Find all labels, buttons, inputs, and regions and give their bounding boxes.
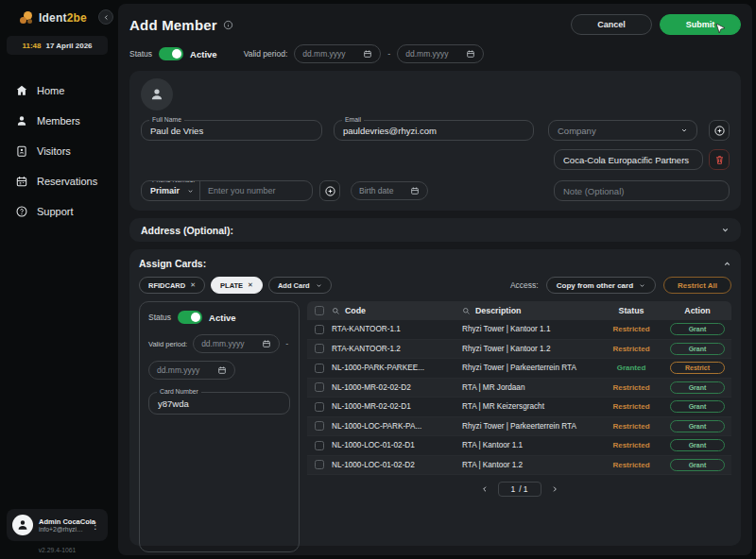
note-input[interactable] <box>563 186 720 196</box>
assign-cards-section: Assign Cards: RFIDCARD ✕ PLATE ✕ Add Car… <box>129 249 741 546</box>
email-input[interactable] <box>343 126 524 136</box>
card-status-toggle[interactable] <box>178 311 202 324</box>
table-row: NL-1000-LOC-01-02-D2 RTA | Kantoor 1.2 R… <box>307 456 731 476</box>
row-checkbox[interactable] <box>315 344 324 353</box>
row-action-button[interactable]: Grant <box>670 459 725 471</box>
selected-company-field[interactable] <box>554 149 703 170</box>
chevron-down-icon[interactable] <box>721 226 730 234</box>
member-avatar[interactable] <box>141 78 173 110</box>
phone-type-select[interactable]: Primair <box>142 181 200 200</box>
row-status: Restricted <box>612 441 649 449</box>
reservations-icon <box>15 175 28 188</box>
card-chips-row: RFIDCARD ✕ PLATE ✕ Add Card Access: <box>139 276 731 295</box>
sidebar-item-support[interactable]: Support <box>7 196 108 227</box>
address-section-header[interactable]: Address (Optional): <box>129 218 741 242</box>
row-action-button[interactable]: Grant <box>670 420 725 432</box>
card-valid-from-input[interactable]: dd.mm.yyyy <box>193 334 280 353</box>
logo-icon <box>20 10 35 25</box>
row-action-button[interactable]: Grant <box>670 323 725 335</box>
row-description: RTA | MR Keizersgracht <box>462 402 599 411</box>
user-menu-icon[interactable]: ⋮ <box>89 520 102 531</box>
row-description: RTA | Kantoor 1.2 <box>462 461 599 469</box>
full-name-input[interactable] <box>150 126 313 136</box>
card-detail-panel: Status Active Valid period: dd.mm.yyyy - <box>139 301 300 552</box>
valid-from-date-input[interactable]: dd.mm.yyyy <box>294 44 381 63</box>
search-icon[interactable] <box>332 307 340 315</box>
calendar-icon <box>262 339 271 348</box>
user-profile[interactable]: Admin CocaCola info+2@rhyzi.com ⋮ <box>7 509 108 541</box>
row-code: RTA-KANTOOR-1.1 <box>332 325 462 333</box>
row-action-button[interactable]: Grant <box>670 381 725 394</box>
logo: Ident2be <box>7 8 108 28</box>
pagination-prev-button[interactable] <box>479 483 490 495</box>
full-name-field[interactable]: Full Name <box>141 120 322 141</box>
clock-time: 11:48 <box>22 42 41 50</box>
chevron-up-icon[interactable] <box>723 260 731 268</box>
card-number-input[interactable] <box>158 398 281 409</box>
sidebar-item-members[interactable]: Members <box>7 106 108 136</box>
support-icon <box>15 205 28 218</box>
selected-company-input[interactable] <box>563 155 694 165</box>
select-all-checkbox[interactable] <box>315 306 324 315</box>
close-icon[interactable]: ✕ <box>190 281 196 289</box>
row-checkbox[interactable] <box>315 382 324 392</box>
email-field[interactable]: Email <box>334 120 534 141</box>
row-description: Rhyzi Tower | Parkeerterrein RTA <box>462 364 599 372</box>
row-checkbox[interactable] <box>315 325 324 334</box>
user-name: Admin CocaCola <box>39 517 83 526</box>
birth-date-input[interactable]: Birth date <box>351 181 428 200</box>
members-icon <box>15 114 28 127</box>
card-valid-to-input[interactable]: dd.mm.yyyy <box>148 361 235 380</box>
member-status-bar: Status Active Valid period: dd.mm.yyyy -… <box>129 44 741 63</box>
row-action-button[interactable]: Grant <box>670 400 725 413</box>
calendar-icon <box>217 365 227 375</box>
remove-company-button[interactable] <box>709 149 730 170</box>
chip-plate[interactable]: PLATE ✕ <box>211 277 263 294</box>
row-status: Restricted <box>612 325 649 333</box>
copy-from-other-card-button[interactable]: Copy from other card <box>546 277 656 294</box>
row-code: NL-1000-PARK-PARKEE... <box>332 364 462 372</box>
user-avatar <box>12 515 33 535</box>
phone-number-input[interactable] <box>208 186 304 195</box>
add-phone-button[interactable] <box>319 180 340 201</box>
company-select[interactable]: Company <box>548 120 697 141</box>
row-code: NL-1000-LOC-01-02-D2 <box>332 461 462 469</box>
pagination-next-button[interactable] <box>549 483 560 495</box>
restrict-all-button[interactable]: Restrict All <box>663 277 731 294</box>
row-checkbox[interactable] <box>315 421 324 431</box>
row-checkbox[interactable] <box>315 402 324 412</box>
add-member-panel: Add Member Cancel Submit Status Active V… <box>118 4 752 555</box>
sidebar-collapse-button[interactable] <box>98 9 113 25</box>
row-status: Granted <box>617 364 646 372</box>
column-header-code[interactable]: Code <box>345 306 366 315</box>
table-row: NL-1000-LOC-PARK-PA... Rhyzi Tower | Par… <box>307 417 731 437</box>
row-action-button[interactable]: Restrict <box>670 362 725 374</box>
column-header-description[interactable]: Description <box>475 306 521 315</box>
search-icon[interactable] <box>462 307 471 315</box>
valid-to-date-input[interactable]: dd.mm.yyyy <box>397 44 484 63</box>
table-row: RTA-KANTOOR-1.2 Rhyzi Tower | Kantoor 1.… <box>307 340 731 360</box>
table-row: NL-1000-PARK-PARKEE... Rhyzi Tower | Par… <box>307 359 731 379</box>
chip-rfidcard[interactable]: RFIDCARD ✕ <box>139 277 205 294</box>
row-checkbox[interactable] <box>315 441 324 450</box>
row-checkbox[interactable] <box>315 364 324 373</box>
card-number-field[interactable]: Card Number <box>148 392 290 415</box>
phone-number-label: Phone Number <box>149 180 198 183</box>
row-checkbox[interactable] <box>315 460 324 469</box>
submit-button[interactable]: Submit <box>660 14 741 35</box>
sidebar-item-label: Support <box>37 206 74 217</box>
status-toggle[interactable] <box>159 47 183 60</box>
phone-number-group: Phone Number Primair <box>141 180 313 201</box>
sidebar-item-home[interactable]: Home <box>7 76 108 106</box>
add-card-button[interactable]: Add Card <box>268 277 332 294</box>
page-indicator[interactable]: 1 / 1 <box>498 482 541 497</box>
sidebar-item-reservations[interactable]: Reservations <box>7 166 108 196</box>
add-company-button[interactable] <box>709 120 730 141</box>
note-field[interactable] <box>554 180 730 201</box>
cancel-button[interactable]: Cancel <box>571 14 652 35</box>
sidebar-item-visitors[interactable]: Visitors <box>7 136 108 166</box>
assign-cards-header[interactable]: Assign Cards: <box>139 256 731 271</box>
row-action-button[interactable]: Grant <box>670 343 725 355</box>
close-icon[interactable]: ✕ <box>248 281 253 289</box>
row-action-button[interactable]: Grant <box>670 439 725 451</box>
